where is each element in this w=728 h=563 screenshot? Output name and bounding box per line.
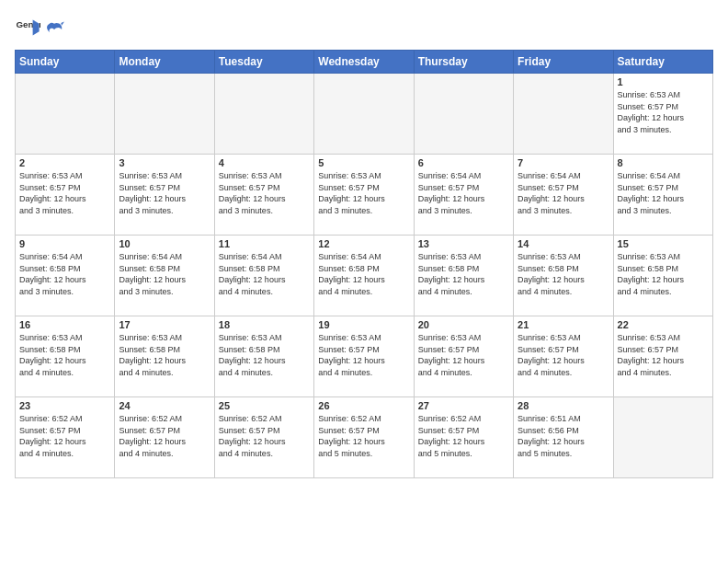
day-info: Sunrise: 6:53 AM Sunset: 6:57 PM Dayligh…	[618, 89, 709, 135]
logo-bird-icon	[44, 20, 64, 40]
day-info: Sunrise: 6:53 AM Sunset: 6:58 PM Dayligh…	[19, 332, 110, 378]
day-info: Sunrise: 6:53 AM Sunset: 6:58 PM Dayligh…	[219, 332, 310, 378]
calendar-cell	[514, 74, 613, 155]
day-info: Sunrise: 6:53 AM Sunset: 6:57 PM Dayligh…	[119, 170, 210, 216]
calendar-week-row: 2Sunrise: 6:53 AM Sunset: 6:57 PM Daylig…	[16, 155, 713, 236]
day-number: 25	[219, 400, 310, 411]
calendar-cell: 20Sunrise: 6:53 AM Sunset: 6:57 PM Dayli…	[414, 316, 513, 397]
calendar-cell: 9Sunrise: 6:54 AM Sunset: 6:58 PM Daylig…	[16, 236, 115, 316]
calendar-cell	[16, 74, 115, 155]
calendar-cell: 16Sunrise: 6:53 AM Sunset: 6:58 PM Dayli…	[16, 316, 115, 397]
day-info: Sunrise: 6:53 AM Sunset: 6:57 PM Dayligh…	[19, 170, 110, 216]
calendar-week-row: 1Sunrise: 6:53 AM Sunset: 6:57 PM Daylig…	[16, 74, 713, 155]
calendar-cell: 1Sunrise: 6:53 AM Sunset: 6:57 PM Daylig…	[613, 74, 712, 155]
calendar-cell: 10Sunrise: 6:54 AM Sunset: 6:58 PM Dayli…	[115, 236, 214, 316]
day-number: 13	[418, 238, 509, 249]
day-info: Sunrise: 6:53 AM Sunset: 6:57 PM Dayligh…	[318, 332, 409, 378]
day-info: Sunrise: 6:52 AM Sunset: 6:57 PM Dayligh…	[119, 413, 210, 459]
calendar-cell: 24Sunrise: 6:52 AM Sunset: 6:57 PM Dayli…	[115, 397, 214, 478]
weekday-header-friday: Friday	[514, 51, 613, 74]
day-info: Sunrise: 6:53 AM Sunset: 6:57 PM Dayligh…	[618, 332, 709, 378]
calendar-week-row: 16Sunrise: 6:53 AM Sunset: 6:58 PM Dayli…	[16, 316, 713, 397]
day-info: Sunrise: 6:52 AM Sunset: 6:57 PM Dayligh…	[418, 413, 509, 459]
day-number: 23	[19, 400, 110, 411]
day-number: 5	[318, 157, 409, 168]
page-header: General	[15, 15, 713, 40]
day-number: 2	[19, 157, 110, 168]
day-info: Sunrise: 6:52 AM Sunset: 6:57 PM Dayligh…	[219, 413, 310, 459]
calendar-cell: 7Sunrise: 6:54 AM Sunset: 6:57 PM Daylig…	[514, 155, 613, 236]
day-number: 12	[318, 238, 409, 249]
calendar-cell: 28Sunrise: 6:51 AM Sunset: 6:56 PM Dayli…	[514, 397, 613, 478]
calendar-cell: 15Sunrise: 6:53 AM Sunset: 6:58 PM Dayli…	[613, 236, 712, 316]
calendar-cell: 21Sunrise: 6:53 AM Sunset: 6:57 PM Dayli…	[514, 316, 613, 397]
weekday-header-thursday: Thursday	[414, 51, 513, 74]
day-number: 4	[219, 157, 310, 168]
calendar-cell	[314, 74, 414, 155]
logo-icon: General	[15, 15, 40, 40]
day-info: Sunrise: 6:53 AM Sunset: 6:57 PM Dayligh…	[318, 170, 409, 216]
calendar-cell	[414, 74, 513, 155]
calendar-cell: 3Sunrise: 6:53 AM Sunset: 6:57 PM Daylig…	[115, 155, 214, 236]
calendar-cell: 5Sunrise: 6:53 AM Sunset: 6:57 PM Daylig…	[314, 155, 414, 236]
calendar-cell: 19Sunrise: 6:53 AM Sunset: 6:57 PM Dayli…	[314, 316, 414, 397]
calendar-cell: 6Sunrise: 6:54 AM Sunset: 6:57 PM Daylig…	[414, 155, 513, 236]
calendar-cell: 18Sunrise: 6:53 AM Sunset: 6:58 PM Dayli…	[214, 316, 313, 397]
day-info: Sunrise: 6:53 AM Sunset: 6:58 PM Dayligh…	[618, 251, 709, 297]
calendar-cell: 27Sunrise: 6:52 AM Sunset: 6:57 PM Dayli…	[414, 397, 513, 478]
day-info: Sunrise: 6:52 AM Sunset: 6:57 PM Dayligh…	[19, 413, 110, 459]
weekday-header-wednesday: Wednesday	[314, 51, 414, 74]
day-info: Sunrise: 6:54 AM Sunset: 6:58 PM Dayligh…	[19, 251, 110, 297]
calendar-week-row: 23Sunrise: 6:52 AM Sunset: 6:57 PM Dayli…	[16, 397, 713, 478]
calendar-cell: 4Sunrise: 6:53 AM Sunset: 6:57 PM Daylig…	[214, 155, 313, 236]
calendar-cell: 26Sunrise: 6:52 AM Sunset: 6:57 PM Dayli…	[314, 397, 414, 478]
calendar-cell: 14Sunrise: 6:53 AM Sunset: 6:58 PM Dayli…	[514, 236, 613, 316]
day-info: Sunrise: 6:53 AM Sunset: 6:57 PM Dayligh…	[219, 170, 310, 216]
day-info: Sunrise: 6:52 AM Sunset: 6:57 PM Dayligh…	[318, 413, 409, 459]
day-number: 17	[119, 319, 210, 330]
calendar-header-row: SundayMondayTuesdayWednesdayThursdayFrid…	[16, 51, 713, 74]
day-number: 1	[618, 76, 709, 87]
day-number: 7	[518, 157, 609, 168]
day-number: 19	[318, 319, 409, 330]
day-info: Sunrise: 6:51 AM Sunset: 6:56 PM Dayligh…	[518, 413, 609, 459]
day-info: Sunrise: 6:54 AM Sunset: 6:57 PM Dayligh…	[618, 170, 709, 216]
day-info: Sunrise: 6:54 AM Sunset: 6:58 PM Dayligh…	[318, 251, 409, 297]
day-number: 11	[219, 238, 310, 249]
day-number: 28	[518, 400, 609, 411]
day-info: Sunrise: 6:54 AM Sunset: 6:57 PM Dayligh…	[518, 170, 609, 216]
weekday-header-saturday: Saturday	[613, 51, 712, 74]
calendar-cell	[613, 397, 712, 478]
day-number: 27	[418, 400, 509, 411]
calendar-cell: 17Sunrise: 6:53 AM Sunset: 6:58 PM Dayli…	[115, 316, 214, 397]
day-number: 10	[119, 238, 210, 249]
day-number: 21	[518, 319, 609, 330]
day-info: Sunrise: 6:54 AM Sunset: 6:58 PM Dayligh…	[219, 251, 310, 297]
calendar-cell	[214, 74, 313, 155]
day-number: 9	[19, 238, 110, 249]
calendar-cell: 25Sunrise: 6:52 AM Sunset: 6:57 PM Dayli…	[214, 397, 313, 478]
day-number: 18	[219, 319, 310, 330]
logo: General	[15, 15, 64, 40]
calendar-week-row: 9Sunrise: 6:54 AM Sunset: 6:58 PM Daylig…	[16, 236, 713, 316]
day-info: Sunrise: 6:53 AM Sunset: 6:58 PM Dayligh…	[119, 332, 210, 378]
weekday-header-monday: Monday	[115, 51, 214, 74]
day-number: 20	[418, 319, 509, 330]
day-number: 16	[19, 319, 110, 330]
day-number: 22	[618, 319, 709, 330]
day-number: 6	[418, 157, 509, 168]
day-number: 14	[518, 238, 609, 249]
day-number: 24	[119, 400, 210, 411]
calendar-cell: 11Sunrise: 6:54 AM Sunset: 6:58 PM Dayli…	[214, 236, 313, 316]
calendar-cell: 2Sunrise: 6:53 AM Sunset: 6:57 PM Daylig…	[16, 155, 115, 236]
calendar-cell: 13Sunrise: 6:53 AM Sunset: 6:58 PM Dayli…	[414, 236, 513, 316]
calendar-cell: 12Sunrise: 6:54 AM Sunset: 6:58 PM Dayli…	[314, 236, 414, 316]
day-info: Sunrise: 6:53 AM Sunset: 6:57 PM Dayligh…	[418, 332, 509, 378]
day-info: Sunrise: 6:53 AM Sunset: 6:58 PM Dayligh…	[418, 251, 509, 297]
day-info: Sunrise: 6:54 AM Sunset: 6:58 PM Dayligh…	[119, 251, 210, 297]
weekday-header-tuesday: Tuesday	[214, 51, 313, 74]
weekday-header-sunday: Sunday	[16, 51, 115, 74]
day-info: Sunrise: 6:54 AM Sunset: 6:57 PM Dayligh…	[418, 170, 509, 216]
calendar-cell: 23Sunrise: 6:52 AM Sunset: 6:57 PM Dayli…	[16, 397, 115, 478]
calendar-cell	[115, 74, 214, 155]
